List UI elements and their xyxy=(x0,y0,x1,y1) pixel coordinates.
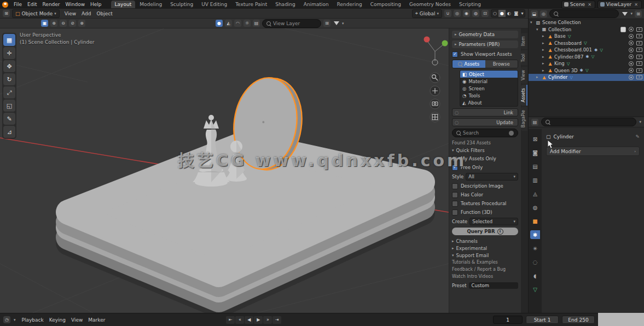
menu-help[interactable]: Help xyxy=(88,1,105,8)
tab-compositing[interactable]: Compositing xyxy=(367,1,405,8)
hide-viewport-toggle-icon[interactable] xyxy=(629,40,634,45)
support-link[interactable]: Feedback / Report a Bug xyxy=(452,266,518,273)
gizmo-toggle-icon[interactable]: ◉ xyxy=(463,10,470,17)
tab-modeling[interactable]: Modeling xyxy=(136,1,166,8)
link-button[interactable]: ◌Link xyxy=(452,108,518,117)
menu-window[interactable]: Window xyxy=(63,1,88,8)
shading-material-icon[interactable]: ◐ xyxy=(506,10,513,17)
viewport-search-input[interactable]: View Layer xyxy=(262,19,321,28)
tab-rendering[interactable]: Rendering xyxy=(333,1,366,8)
select-mode-intersect-icon[interactable]: ⊗ xyxy=(78,20,85,27)
asset-search-input[interactable]: Search xyxy=(452,129,518,137)
frame-end-field[interactable]: End 250 xyxy=(562,316,595,324)
properties-tab-view-layer[interactable]: ▥ xyxy=(530,176,540,184)
transform-orientation-dropdown[interactable]: ⌖ Global ▾ xyxy=(412,9,442,18)
disable-render-toggle-icon[interactable] xyxy=(636,48,642,52)
avatar-icon[interactable] xyxy=(509,131,514,136)
visibility-light-icon[interactable]: ☼ xyxy=(243,20,251,27)
outliner-options-icon[interactable]: ⊞ xyxy=(635,10,642,18)
preset-field[interactable]: Preset Custom xyxy=(452,282,518,289)
tab-animation[interactable]: Animation xyxy=(300,1,333,8)
filter-function-3d-[interactable]: Function (3D) xyxy=(452,208,518,216)
play-reverse-button[interactable]: ◀ xyxy=(245,316,253,324)
menu-file[interactable]: File xyxy=(11,1,25,8)
properties-tab-output[interactable]: ▤ xyxy=(530,162,540,171)
properties-tab-physics[interactable]: ◌ xyxy=(530,258,540,266)
display-options-icon[interactable]: ⊞ xyxy=(323,20,330,27)
support-link[interactable]: Tutorials & Examples xyxy=(452,259,518,266)
timeline-menu-keying[interactable]: Keying xyxy=(47,317,68,323)
sidebar-tab-assets[interactable]: Assets xyxy=(521,85,527,106)
viewport-menu-view[interactable]: View xyxy=(62,10,79,17)
expand-caret-icon[interactable]: ▸ xyxy=(542,55,547,59)
jump-to-end-button[interactable]: ⇥ xyxy=(272,316,281,324)
list-item-material[interactable]: ◉Material xyxy=(460,78,518,85)
tab-shading[interactable]: Shading xyxy=(271,1,299,8)
outliner-row-chessboard-001[interactable]: ▸▲Chessboard.001✱▽ xyxy=(529,46,644,54)
show-assets-checkbox[interactable]: ✓ Show Viewport Assets xyxy=(452,50,518,58)
add-modifier-button[interactable]: Add Modifier › xyxy=(546,147,640,156)
snap-magnet-icon[interactable]: ∪ xyxy=(444,10,451,17)
list-item-object[interactable]: ◧Object xyxy=(460,71,518,78)
shading-rendered-icon[interactable]: ◙ xyxy=(513,10,520,17)
outliner-row-queen-3d[interactable]: ▸▲Queen 3D✱▽ xyxy=(529,67,644,74)
properties-tab-constraints[interactable]: ◖ xyxy=(530,271,540,280)
properties-tab-object[interactable]: ■ xyxy=(530,217,540,225)
panel-geometry-data[interactable]: ▸ Geometry Data xyxy=(452,31,518,38)
editor-type-icon[interactable]: ⊞ xyxy=(3,10,10,17)
viewlayer-selector[interactable]: ViewLayer ✕ xyxy=(597,1,642,9)
tab-sculpting[interactable]: Sculpting xyxy=(166,1,197,8)
exclude-collection-checkbox[interactable] xyxy=(620,27,626,32)
outliner-row-chessboard[interactable]: ▸▲Chessboard▽ xyxy=(529,40,644,47)
outliner-search-input[interactable] xyxy=(549,9,619,18)
scene-new-icon[interactable]: ✕ xyxy=(587,2,593,7)
disable-render-toggle-icon[interactable] xyxy=(636,61,642,66)
select-mode-new-icon[interactable]: ▣ xyxy=(41,20,48,27)
hide-viewport-toggle-icon[interactable] xyxy=(629,48,634,53)
visibility-camera-icon[interactable]: ▤ xyxy=(253,20,260,27)
visibility-mesh-icon[interactable]: ◭ xyxy=(225,20,232,27)
hide-viewport-toggle-icon[interactable] xyxy=(629,68,634,73)
timeline-menu-marker[interactable]: Marker xyxy=(85,317,108,323)
xray-toggle-icon[interactable]: ⊡ xyxy=(481,10,489,17)
shading-solid-icon[interactable]: ● xyxy=(498,10,506,17)
panel-parameters[interactable]: ▸ Parameters (PBR) xyxy=(452,40,518,48)
breadcrumb-object-name[interactable]: Cylinder xyxy=(554,134,574,139)
expand-caret-icon[interactable]: ▸ xyxy=(542,68,547,73)
annotate-tool[interactable]: ✎ xyxy=(3,113,15,125)
proportional-edit-icon[interactable]: ◎ xyxy=(454,10,461,17)
expand-caret-icon[interactable]: ▸ xyxy=(542,34,547,38)
query-pbr-button[interactable]: Query PBR i xyxy=(452,228,518,235)
filter-textures-procedural[interactable]: Textures Procedural xyxy=(452,200,518,207)
properties-tab-modifiers[interactable]: ✱ xyxy=(530,230,540,239)
disable-render-toggle-icon[interactable] xyxy=(636,68,642,73)
expand-caret-icon[interactable]: ▾ xyxy=(536,27,541,32)
frame-start-field[interactable]: Start 1 xyxy=(526,316,559,324)
preset-value[interactable]: Custom xyxy=(469,282,518,289)
menu-render[interactable]: Render xyxy=(40,1,63,8)
cursor-tool[interactable]: ✛ xyxy=(3,47,15,59)
segment-browse[interactable]: Browse xyxy=(485,60,518,68)
shading-wireframe-icon[interactable]: ○ xyxy=(491,10,498,17)
select-mode-extend-icon[interactable]: ⊕ xyxy=(50,20,57,27)
expand-caret-icon[interactable]: ▸ xyxy=(542,61,547,66)
outliner-filter-icon[interactable]: ◎ xyxy=(540,10,547,18)
properties-tab-scene[interactable]: ◬ xyxy=(530,189,540,198)
timeline-editor-type-icon[interactable]: ◷ xyxy=(3,316,10,323)
viewport-menu-add[interactable]: Add xyxy=(79,10,94,17)
segment-assets[interactable]: Assets xyxy=(452,60,485,68)
filter-funnel-icon[interactable] xyxy=(333,20,340,27)
jump-to-start-button[interactable]: ⇤ xyxy=(226,316,235,324)
properties-search-input[interactable] xyxy=(541,118,636,126)
list-item-screen[interactable]: ◎Screen xyxy=(460,85,518,92)
blender-logo-icon[interactable] xyxy=(2,2,8,8)
menu-edit[interactable]: Edit xyxy=(25,1,39,8)
mode-dropdown[interactable]: □ Object Mode ▾ xyxy=(12,9,60,18)
support-link[interactable]: Watch Intro Videos xyxy=(452,273,518,280)
overlays-toggle-icon[interactable]: ◍ xyxy=(472,10,479,17)
style-select[interactable]: Style All▾ xyxy=(452,173,518,181)
list-item-tools[interactable]: ◔Tools xyxy=(460,92,518,99)
disable-render-toggle-icon[interactable] xyxy=(636,41,642,45)
hide-viewport-toggle-icon[interactable] xyxy=(629,34,634,39)
properties-editor-type-icon[interactable]: ▤ xyxy=(531,119,538,126)
